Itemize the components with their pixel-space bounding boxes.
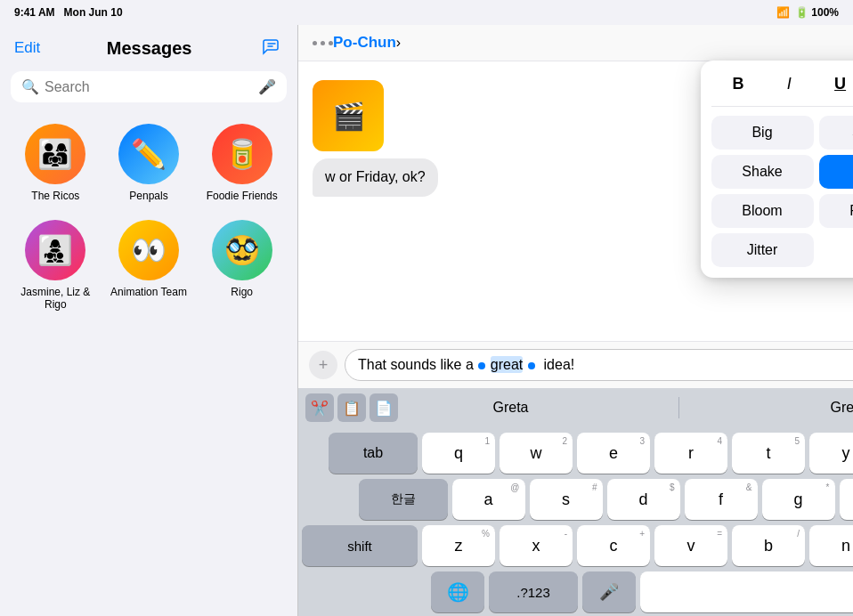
key-g[interactable]: *g bbox=[762, 479, 835, 520]
key-z[interactable]: %z bbox=[422, 525, 495, 566]
format-option-shake[interactable]: Shake bbox=[711, 155, 814, 189]
autocorrect-word-2[interactable]: Great bbox=[819, 394, 853, 421]
format-popup: B I U S BigSmallShakeNodBloomRippleJitte… bbox=[701, 61, 854, 278]
contact-avatar: 👀 bbox=[118, 220, 179, 280]
contact-item[interactable]: 👀 Animation Team bbox=[104, 213, 194, 318]
key-tab[interactable]: tab bbox=[329, 433, 418, 474]
key-row: shift%z-x+c=v/b;n:m!?.shift bbox=[302, 525, 853, 566]
contacts-grid: 👨‍👩‍👧 The Ricos ✏️ Penpals 🥫 Foodie Frie… bbox=[0, 109, 297, 325]
key-n[interactable]: ;n bbox=[809, 525, 853, 566]
key-w[interactable]: 2w bbox=[500, 433, 573, 474]
search-input[interactable] bbox=[45, 79, 253, 95]
format-option-ripple[interactable]: Ripple bbox=[819, 194, 854, 228]
key-a[interactable]: @a bbox=[452, 479, 525, 520]
key-row: 🌐.?123🎤.?123⌨️ bbox=[302, 571, 853, 612]
copy-tool[interactable]: 📋 bbox=[337, 393, 366, 422]
messages-title: Messages bbox=[40, 38, 258, 59]
edit-button[interactable]: Edit bbox=[14, 39, 40, 57]
plus-button[interactable]: + bbox=[309, 351, 337, 379]
contact-item[interactable]: 🥸 Rigo bbox=[197, 213, 287, 318]
italic-button[interactable]: I bbox=[780, 71, 799, 97]
key-v[interactable]: =v bbox=[654, 525, 727, 566]
format-option-big[interactable]: Big bbox=[711, 116, 814, 150]
key-row: 한글@a#s$d&f*g(h)j"k'lreturn bbox=[302, 479, 853, 520]
contact-name: Jasmine, Liz & Rigo bbox=[14, 286, 97, 311]
status-time: 9:41 AM Mon Jun 10 bbox=[14, 6, 123, 19]
keyboard-rows: tab1q2w3e4r5t6y7u8i9o0pdelete한글@a#s$d&f*… bbox=[298, 427, 853, 616]
tape-image: 🎬 bbox=[313, 80, 384, 151]
search-icon: 🔍 bbox=[21, 78, 39, 95]
contact-item[interactable]: 👨‍👩‍👧 The Ricos bbox=[11, 117, 101, 209]
key-q[interactable]: 1q bbox=[422, 433, 495, 474]
key-한글[interactable]: 한글 bbox=[359, 479, 448, 520]
key-space[interactable] bbox=[640, 571, 853, 612]
chat-panel: Po-Chun › 📹 B I U S BigSmallShakeNodBloo… bbox=[298, 25, 853, 616]
contact-name: Foodie Friends bbox=[207, 190, 278, 202]
key-s[interactable]: #s bbox=[530, 479, 603, 520]
contact-avatar: 👨‍👩‍👧 bbox=[25, 124, 85, 184]
bold-button[interactable]: B bbox=[726, 71, 751, 97]
key-🎤[interactable]: 🎤 bbox=[582, 571, 636, 612]
key-🌐[interactable]: 🌐 bbox=[431, 571, 484, 612]
main-layout: Edit Messages 🔍 🎤 👨‍👩‍👧 The Ricos ✏️ Pe bbox=[0, 25, 853, 616]
contact-name: The Ricos bbox=[31, 190, 79, 202]
contact-avatar: 🥫 bbox=[212, 124, 272, 184]
search-bar[interactable]: 🔍 🎤 bbox=[11, 71, 287, 102]
format-option-small[interactable]: Small bbox=[819, 116, 854, 150]
contact-item[interactable]: ✏️ Penpals bbox=[104, 117, 194, 209]
chat-header: Po-Chun › 📹 bbox=[298, 25, 853, 61]
selection-cursor bbox=[478, 362, 485, 369]
key-t[interactable]: 5t bbox=[732, 433, 805, 474]
format-option-nod[interactable]: Nod bbox=[819, 155, 854, 189]
key-.?123[interactable]: .?123 bbox=[489, 571, 578, 612]
autocorrect-bar: ✂️ 📋 📄 Greta Great treat ≡A bbox=[298, 388, 853, 427]
contact-avatar: ✏️ bbox=[118, 124, 179, 184]
chat-contact-name[interactable]: Po-Chun bbox=[333, 34, 396, 52]
format-toolbar: B I U S bbox=[711, 71, 854, 107]
key-d[interactable]: $d bbox=[607, 479, 680, 520]
status-bar: 9:41 AM Mon Jun 10 📶 🔋 100% bbox=[0, 0, 853, 25]
divider bbox=[678, 397, 679, 418]
key-x[interactable]: -x bbox=[500, 525, 573, 566]
underline-button[interactable]: U bbox=[827, 71, 853, 97]
selected-text: great bbox=[491, 356, 523, 373]
key-h[interactable]: (h bbox=[840, 479, 854, 520]
input-text: That sounds like a great idea! bbox=[358, 357, 853, 373]
text-input-area[interactable]: That sounds like a great idea! bbox=[345, 349, 853, 381]
format-option-jitter[interactable]: Jitter bbox=[711, 233, 814, 267]
key-y[interactable]: 6y bbox=[809, 433, 853, 474]
key-f[interactable]: &f bbox=[685, 479, 758, 520]
contact-name: Animation Team bbox=[110, 286, 187, 298]
format-options-grid: BigSmallShakeNodBloomRippleJitter bbox=[711, 116, 854, 267]
contact-item[interactable]: 🥫 Foodie Friends bbox=[197, 117, 287, 209]
paste-tool[interactable]: 📄 bbox=[370, 393, 398, 422]
scissors-tool[interactable]: ✂️ bbox=[305, 393, 334, 422]
mic-search-icon: 🎤 bbox=[258, 78, 276, 95]
chat-back-dots[interactable] bbox=[313, 41, 333, 45]
key-c[interactable]: +c bbox=[577, 525, 650, 566]
messages-header: Edit Messages bbox=[0, 25, 297, 68]
compose-button[interactable] bbox=[258, 36, 283, 61]
messages-panel: Edit Messages 🔍 🎤 👨‍👩‍👧 The Ricos ✏️ Pe bbox=[0, 25, 298, 616]
key-b[interactable]: /b bbox=[732, 525, 805, 566]
key-shift[interactable]: shift bbox=[302, 525, 418, 566]
format-option-bloom[interactable]: Bloom bbox=[711, 194, 814, 228]
autocorrect-word-1[interactable]: Greta bbox=[482, 394, 539, 421]
contact-item[interactable]: 👩‍👧‍👦 Jasmine, Liz & Rigo bbox=[11, 213, 101, 318]
key-e[interactable]: 3e bbox=[577, 433, 650, 474]
status-icons: 📶 🔋 100% bbox=[776, 6, 839, 19]
wifi-icon: 📶 bbox=[776, 6, 790, 19]
text-tools: ✂️ 📋 📄 bbox=[305, 393, 398, 422]
incoming-message: w or Friday, ok? bbox=[313, 158, 438, 196]
tape-placeholder: 🎬 bbox=[313, 80, 384, 151]
contact-name: Rigo bbox=[231, 286, 253, 298]
input-bar: + That sounds like a great idea! bbox=[298, 341, 853, 388]
battery-icon: 🔋 100% bbox=[795, 6, 839, 19]
key-row: tab1q2w3e4r5t6y7u8i9o0pdelete bbox=[302, 433, 853, 474]
keyboard: ✂️ 📋 📄 Greta Great treat ≡A tab1q2w3e4r5… bbox=[298, 388, 853, 616]
key-r[interactable]: 4r bbox=[654, 433, 727, 474]
autocorrect-words: Greta Great treat bbox=[398, 394, 853, 421]
contact-name: Penpals bbox=[129, 190, 167, 202]
contact-avatar: 👩‍👧‍👦 bbox=[25, 220, 85, 280]
selection-cursor-end bbox=[528, 362, 535, 369]
